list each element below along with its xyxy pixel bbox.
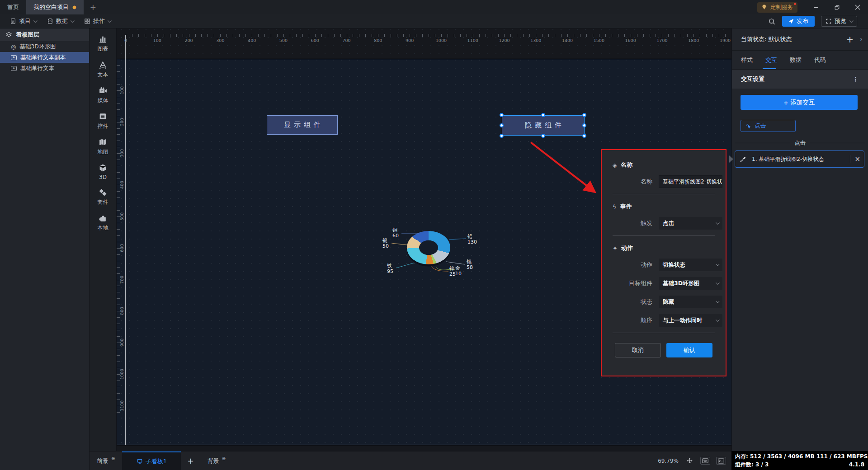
resize-handle-w[interactable] bbox=[500, 123, 504, 127]
confirm-button[interactable]: 确认 bbox=[666, 343, 712, 357]
show-component-button[interactable]: 显示组件 bbox=[267, 115, 338, 135]
widget-label: 控件 bbox=[98, 122, 108, 130]
donut-chart[interactable]: 铜60 银50 铁95 铅130 铝58 锌25 金10 bbox=[374, 216, 487, 282]
widget-media[interactable]: 媒体 bbox=[90, 86, 116, 104]
widget-charts[interactable]: 图表 bbox=[90, 35, 116, 53]
hide-component-selected: 隐藏组件 bbox=[502, 115, 585, 136]
maximize-icon bbox=[834, 5, 840, 10]
widget-controls[interactable]: 控件 bbox=[90, 112, 116, 130]
resize-handle-s[interactable] bbox=[541, 134, 545, 138]
resize-handle-e[interactable] bbox=[582, 123, 586, 127]
layer-item-text[interactable]: A 基础单行文本 bbox=[0, 63, 89, 74]
minimize-button[interactable] bbox=[806, 0, 826, 14]
menu-project[interactable]: 项目 bbox=[5, 14, 42, 28]
subboard-tab[interactable]: 子看板1 bbox=[122, 451, 181, 470]
resize-handle-se[interactable] bbox=[582, 134, 586, 138]
chevron-down-icon bbox=[849, 19, 853, 22]
layer-item-donut[interactable]: ◎ 基础3D环形图 bbox=[0, 41, 89, 52]
action-icon: ✦ bbox=[613, 245, 618, 252]
chevron-down-icon bbox=[716, 299, 719, 303]
cancel-button[interactable]: 取消 bbox=[615, 343, 661, 357]
interaction-edit-dialog: ◈ 名称 名称 基础平滑折线图2-切换状 ϟ 事件 触发 点击 ✦ 动作 动作 bbox=[601, 149, 726, 376]
add-board-button[interactable]: + bbox=[181, 451, 200, 470]
console-button[interactable] bbox=[716, 457, 726, 465]
board-icon bbox=[137, 458, 143, 464]
state-select[interactable]: 隐藏 bbox=[659, 296, 722, 308]
close-button[interactable] bbox=[847, 0, 868, 14]
layers-icon bbox=[5, 32, 12, 38]
layer-item-text-copy[interactable]: A 基础单行文本副本 bbox=[0, 52, 89, 63]
kebab-menu-icon[interactable]: ⋮ bbox=[853, 76, 859, 83]
trigger-click-chip[interactable]: 点击 bbox=[741, 120, 796, 132]
ruler-horizontal bbox=[126, 34, 730, 37]
menu-project-label: 项目 bbox=[19, 17, 31, 25]
maximize-button[interactable] bbox=[826, 0, 847, 14]
tab-project[interactable]: 我的空白项目 ● bbox=[26, 0, 84, 14]
chart-label: 银50 bbox=[382, 238, 389, 249]
ruler-label: 1000 bbox=[119, 369, 124, 380]
custom-service-badge[interactable]: 定制服务 bbox=[757, 2, 797, 13]
tab-data[interactable]: 数据 bbox=[790, 56, 802, 64]
ruler-label: 1000 bbox=[436, 38, 447, 43]
target-select[interactable]: 基础3D环形图 bbox=[659, 277, 722, 290]
resize-handle-nw[interactable] bbox=[500, 113, 504, 117]
search-icon[interactable] bbox=[768, 18, 776, 25]
widget-label: 地图 bbox=[98, 148, 108, 156]
tab-home-label: 首页 bbox=[7, 3, 19, 11]
interaction-settings-title: 交互设置 bbox=[741, 75, 764, 83]
ruler-label: 1100 bbox=[119, 400, 124, 411]
zoom-level[interactable]: 69.79% bbox=[658, 458, 679, 464]
publish-button[interactable]: 发布 bbox=[782, 16, 815, 27]
name-field-label: 名称 bbox=[613, 178, 652, 186]
menu-data[interactable]: 数据 bbox=[42, 14, 79, 28]
widget-text[interactable]: 文本 bbox=[90, 61, 116, 79]
hide-component-button[interactable]: 隐藏组件 bbox=[502, 115, 585, 136]
foreground-label: 前景 bbox=[97, 457, 108, 465]
widget-map[interactable]: 地图 bbox=[90, 138, 116, 156]
ruler-vertical bbox=[117, 59, 120, 416]
shortcut-keys-button[interactable] bbox=[700, 457, 710, 465]
trigger-select[interactable]: 点击 bbox=[659, 217, 722, 230]
foreground-tab[interactable]: 前景 ⊕ bbox=[90, 451, 122, 470]
add-background-icon[interactable]: ⊕ bbox=[222, 456, 226, 461]
add-foreground-icon[interactable]: ⊕ bbox=[111, 456, 115, 461]
ruler-label: 1400 bbox=[562, 38, 573, 43]
order-select[interactable]: 与上一动作同时 bbox=[659, 314, 722, 327]
remove-interaction-icon[interactable]: × bbox=[854, 155, 860, 163]
interaction-settings-header: 交互设置 ⋮ bbox=[732, 70, 868, 89]
resize-handle-n[interactable] bbox=[541, 113, 545, 117]
expand-states-button[interactable]: › bbox=[860, 35, 863, 43]
menu-operate[interactable]: 操作 bbox=[79, 14, 116, 28]
fit-view-button[interactable] bbox=[684, 457, 694, 465]
ruler-label: 1300 bbox=[530, 38, 541, 43]
name-section-title: 名称 bbox=[621, 161, 632, 169]
ruler-label: 900 bbox=[406, 38, 414, 43]
ruler-label: 1500 bbox=[594, 38, 604, 43]
fit-arrows-icon bbox=[686, 457, 693, 464]
preview-label: 预览 bbox=[835, 17, 846, 25]
add-interaction-button[interactable]: + 添加交互 bbox=[741, 95, 858, 110]
titlebar-right: 定制服务 bbox=[757, 0, 868, 14]
resize-handle-ne[interactable] bbox=[582, 113, 586, 117]
grid-icon bbox=[84, 18, 90, 24]
widget-local[interactable]: 本地 bbox=[90, 214, 116, 232]
tab-home[interactable]: 首页 bbox=[0, 0, 26, 14]
widget-3d[interactable]: 3D bbox=[90, 164, 116, 180]
background-tab[interactable]: 背景 ⊕ bbox=[200, 451, 233, 470]
database-icon bbox=[47, 18, 53, 24]
event-section-title: 事件 bbox=[620, 202, 632, 211]
new-tab-button[interactable]: + bbox=[84, 0, 103, 14]
action-select[interactable]: 切换状态 bbox=[659, 258, 722, 271]
widget-kit[interactable]: 套件 bbox=[90, 188, 116, 206]
tab-style[interactable]: 样式 bbox=[741, 56, 753, 64]
resize-handle-sw[interactable] bbox=[500, 134, 504, 138]
preview-button[interactable]: 预览 bbox=[821, 16, 857, 27]
name-input[interactable]: 基础平滑折线图2-切换状 bbox=[659, 175, 722, 188]
puzzle-icon bbox=[99, 214, 107, 222]
state-field-label: 状态 bbox=[613, 298, 652, 306]
tab-code[interactable]: 代码 bbox=[814, 56, 826, 64]
tab-interaction[interactable]: 交互 bbox=[765, 56, 777, 64]
add-state-button[interactable]: + bbox=[846, 34, 854, 44]
interaction-item[interactable]: 1. 基础平滑折线图2-切换状态 × bbox=[735, 150, 864, 168]
chart-label: 铝58 bbox=[467, 259, 473, 270]
